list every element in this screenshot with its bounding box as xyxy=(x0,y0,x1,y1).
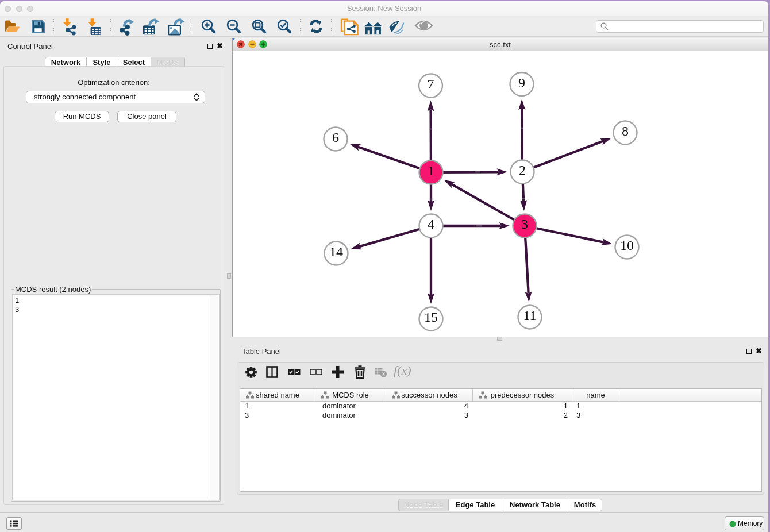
svg-text:9: 9 xyxy=(518,75,525,90)
svg-text:7: 7 xyxy=(428,76,434,91)
svg-text:6: 6 xyxy=(332,130,339,145)
svg-text:8: 8 xyxy=(622,124,629,138)
svg-text:10: 10 xyxy=(620,238,634,253)
svg-text:11: 11 xyxy=(523,308,536,323)
svg-text:2: 2 xyxy=(519,163,526,178)
svg-text:4: 4 xyxy=(428,217,434,232)
svg-text:14: 14 xyxy=(329,244,343,259)
svg-text:3: 3 xyxy=(521,217,528,232)
svg-text:15: 15 xyxy=(424,310,438,325)
svg-text:1: 1 xyxy=(428,163,434,178)
